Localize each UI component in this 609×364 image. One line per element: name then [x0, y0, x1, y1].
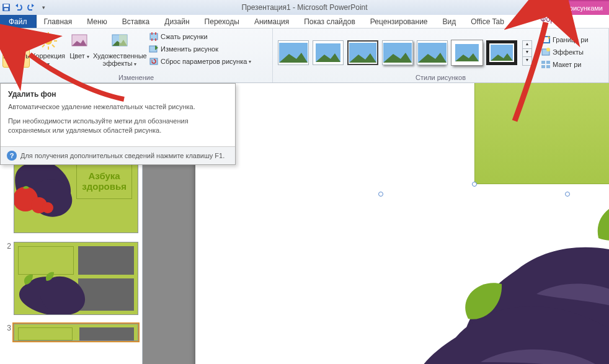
layout-icon — [541, 60, 551, 69]
remove-background-label: Удалить фон — [3, 52, 29, 67]
artistic-icon — [110, 31, 130, 51]
reset-picture-button[interactable]: Сброс параметров рисунка ▾ — [148, 56, 252, 67]
help-icon: ? — [7, 151, 17, 161]
tooltip-help-text: Для получения дополнительных сведений на… — [20, 152, 224, 159]
svg-rect-1 — [4, 4, 9, 7]
gallery-down-icon[interactable]: ▾ — [523, 49, 531, 57]
picture-styles-gallery: ▴ ▾ ▾ — [275, 37, 535, 67]
svg-rect-34 — [546, 65, 550, 68]
group-styles-label: Стили рисунков — [275, 73, 606, 82]
change-label: Изменить рисунок — [161, 45, 218, 53]
slide-number-2: 2 — [4, 242, 11, 315]
tooltip-line2: При необходимости используйте метки для … — [8, 117, 228, 135]
compress-pictures-button[interactable]: Сжать рисунки — [148, 31, 252, 42]
gallery-spinner: ▴ ▾ ▾ — [522, 40, 532, 66]
style-thumb-2[interactable] — [313, 40, 344, 65]
tab-home[interactable]: Главная — [37, 15, 80, 28]
gallery-up-icon[interactable]: ▴ — [523, 41, 531, 49]
redo-icon[interactable] — [26, 2, 36, 12]
svg-rect-17 — [119, 35, 127, 46]
color-icon — [69, 31, 89, 51]
change-picture-icon — [149, 44, 159, 54]
tab-menu[interactable]: Меню — [79, 15, 114, 28]
reset-icon — [149, 56, 159, 66]
picture-border-button[interactable]: Граница ри — [540, 34, 590, 45]
ribbon: Удалить фон Коррекция ▾ Цвет ▾ Художеств… — [0, 29, 609, 83]
corrections-label: Коррекция — [32, 52, 65, 60]
svg-line-12 — [52, 45, 55, 47]
layout-label: Макет ри — [553, 61, 581, 68]
svg-line-13 — [52, 35, 55, 37]
tab-animations[interactable]: Анимация — [247, 15, 296, 28]
compress-label: Сжать рисунки — [161, 33, 208, 40]
style-thumb-6[interactable] — [451, 40, 482, 65]
qat-more-icon[interactable]: ▾ — [38, 2, 48, 12]
color-button[interactable]: Цвет ▾ — [67, 30, 92, 61]
svg-point-37 — [42, 202, 53, 213]
tab-slideshow[interactable]: Показ слайдов — [296, 15, 363, 28]
border-icon — [541, 35, 551, 45]
tab-insert[interactable]: Вставка — [115, 15, 158, 28]
style-thumb-3[interactable] — [347, 40, 378, 65]
svg-point-30 — [546, 48, 550, 51]
svg-line-14 — [42, 45, 45, 47]
style-thumb-7[interactable] — [486, 40, 517, 65]
selected-picture[interactable] — [381, 195, 609, 364]
group-picture-styles: ▴ ▾ ▾ Граница ри Эффекты Макет ри — [273, 29, 609, 82]
slide-area — [195, 83, 609, 364]
gallery-more-icon[interactable]: ▾ — [523, 57, 531, 65]
brightness-icon — [38, 31, 58, 51]
slide-thumb-2[interactable] — [14, 242, 138, 315]
green-placeholder[interactable] — [474, 83, 609, 184]
svg-rect-2 — [4, 8, 8, 11]
picture-tools-context-tab[interactable]: Работа с рисунками — [533, 0, 609, 15]
border-label: Граница ри — [553, 36, 589, 43]
slide-number-1 — [4, 160, 11, 233]
tab-view[interactable]: Вид — [435, 15, 464, 28]
save-icon[interactable] — [1, 2, 11, 12]
tab-review[interactable]: Рецензирование — [363, 15, 435, 28]
group-adjust-label: Изменение — [2, 73, 270, 82]
group-adjust: Удалить фон Коррекция ▾ Цвет ▾ Художеств… — [0, 29, 273, 82]
tab-file[interactable]: Файл — [0, 15, 37, 28]
slide-row-2: 2 — [0, 236, 142, 317]
title-bar: ▾ Презентация1 - Microsoft PowerPoint Ра… — [0, 0, 609, 15]
svg-rect-32 — [546, 61, 550, 64]
color-label: Цвет — [69, 52, 85, 60]
quick-access-toolbar: ▾ — [0, 2, 51, 12]
corrections-button[interactable]: Коррекция ▾ — [31, 30, 66, 68]
artistic-label: Художественные эффекты — [93, 52, 147, 67]
compress-icon — [149, 32, 159, 42]
slide-number-3: 3 — [4, 324, 11, 341]
svg-line-11 — [42, 35, 45, 37]
remove-background-icon — [6, 31, 26, 51]
change-picture-button[interactable]: Изменить рисунок — [148, 43, 252, 55]
window-title: Презентация1 - Microsoft PowerPoint — [241, 3, 367, 12]
slide2-image — [14, 266, 89, 314]
style-thumb-4[interactable] — [382, 40, 413, 65]
picture-layout-button[interactable]: Макет ри — [540, 59, 590, 70]
svg-rect-33 — [541, 65, 545, 68]
tab-transitions[interactable]: Переходы — [197, 15, 247, 28]
tooltip-line1: Автоматическое удаление нежелательных ча… — [8, 102, 228, 112]
slide1-image — [14, 160, 87, 219]
remove-background-tooltip: Удалить фон Автоматическое удаление неже… — [0, 83, 236, 165]
tab-design[interactable]: Дизайн — [157, 15, 197, 28]
svg-point-6 — [45, 37, 52, 45]
tab-officetab[interactable]: Office Tab — [463, 15, 512, 28]
tooltip-title: Удалить фон — [1, 84, 235, 102]
style-thumb-5[interactable] — [417, 40, 448, 65]
slide-thumb-3[interactable] — [14, 324, 138, 341]
svg-rect-31 — [541, 61, 545, 64]
undo-icon[interactable] — [14, 2, 24, 12]
remove-background-button[interactable]: Удалить фон — [2, 30, 30, 68]
tab-format[interactable]: Формат — [530, 15, 577, 24]
picture-effects-button[interactable]: Эффекты — [540, 47, 590, 58]
style-thumb-1[interactable] — [278, 40, 309, 65]
artistic-effects-button[interactable]: Художественные эффекты ▾ — [93, 30, 146, 68]
slide-thumb-1[interactable]: Азбука здоровья — [14, 160, 138, 233]
effects-label: Эффекты — [553, 48, 584, 56]
slide-row-3: 3 — [0, 317, 142, 344]
reset-label: Сброс параметров рисунка — [161, 58, 247, 65]
eggplants-image — [381, 195, 609, 364]
